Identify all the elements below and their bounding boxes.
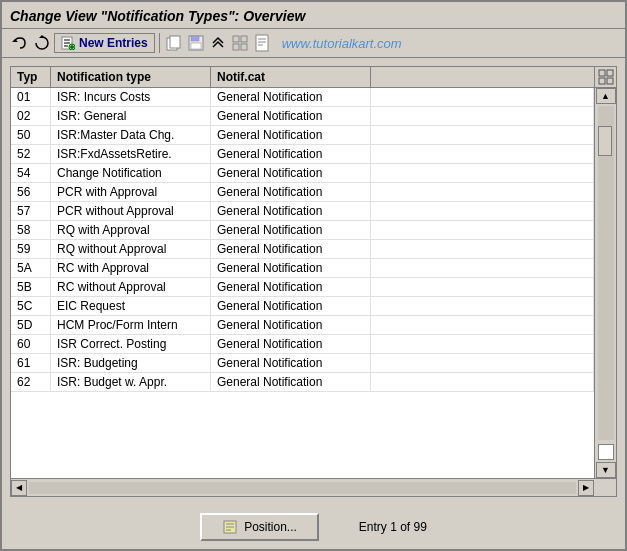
cell-notification-type: RC without Approval — [51, 278, 211, 296]
cell-typ: 62 — [11, 373, 51, 391]
table-row[interactable]: 50ISR:Master Data Chg.General Notificati… — [11, 126, 594, 145]
svg-rect-15 — [241, 36, 247, 42]
table-row[interactable]: 54Change NotificationGeneral Notificatio… — [11, 164, 594, 183]
cell-notification-type: HCM Proc/Form Intern — [51, 316, 211, 334]
table-row[interactable]: 57PCR without ApprovalGeneral Notificati… — [11, 202, 594, 221]
new-entries-button[interactable]: New Entries — [54, 33, 155, 53]
cell-empty — [371, 316, 594, 334]
cell-notif-cat: General Notification — [211, 164, 371, 182]
cell-notification-type: EIC Request — [51, 297, 211, 315]
scroll-track — [598, 106, 614, 440]
copy-icon[interactable] — [164, 33, 184, 53]
horizontal-scrollbar: ◀ ▶ — [11, 478, 616, 496]
table-row[interactable]: 5DHCM Proc/Form InternGeneral Notificati… — [11, 316, 594, 335]
cell-empty — [371, 335, 594, 353]
refresh-icon[interactable] — [32, 33, 52, 53]
svg-rect-13 — [191, 43, 201, 49]
cell-typ: 5D — [11, 316, 51, 334]
document-icon[interactable] — [252, 33, 272, 53]
cell-notif-cat: General Notification — [211, 145, 371, 163]
svg-rect-12 — [191, 36, 199, 41]
scroll-checkbox[interactable] — [598, 444, 614, 460]
hscroll-track — [29, 482, 576, 494]
cell-empty — [371, 202, 594, 220]
new-entries-label: New Entries — [79, 36, 148, 50]
table-row[interactable]: 62ISR: Budget w. Appr.General Notificati… — [11, 373, 594, 392]
undo-icon[interactable] — [10, 33, 30, 53]
cell-typ: 60 — [11, 335, 51, 353]
table-row[interactable]: 01ISR: Incurs CostsGeneral Notification — [11, 88, 594, 107]
page-title: Change View "Notification Types": Overvi… — [10, 8, 617, 24]
svg-rect-17 — [241, 44, 247, 50]
table-row[interactable]: 5BRC without ApprovalGeneral Notificatio… — [11, 278, 594, 297]
scroll-down-button[interactable]: ▼ — [596, 462, 616, 478]
table-container: Typ Notification type Notif.cat — [10, 66, 617, 497]
cell-typ: 61 — [11, 354, 51, 372]
toolbar: New Entries — [2, 29, 625, 58]
col-header-notif-cat: Notif.cat — [211, 67, 371, 87]
cell-notification-type: RC with Approval — [51, 259, 211, 277]
cell-empty — [371, 164, 594, 182]
cell-empty — [371, 126, 594, 144]
table-row[interactable]: 52ISR:FxdAssetsRetire.General Notificati… — [11, 145, 594, 164]
table-row[interactable]: 5ARC with ApprovalGeneral Notification — [11, 259, 594, 278]
table-body: 01ISR: Incurs CostsGeneral Notification0… — [11, 88, 594, 478]
cell-typ: 5A — [11, 259, 51, 277]
cell-notif-cat: General Notification — [211, 240, 371, 258]
cell-notification-type: ISR: Budgeting — [51, 354, 211, 372]
scroll-up-button[interactable]: ▲ — [596, 88, 616, 104]
table-row[interactable]: 59RQ without ApprovalGeneral Notificatio… — [11, 240, 594, 259]
cell-notif-cat: General Notification — [211, 183, 371, 201]
cell-notif-cat: General Notification — [211, 335, 371, 353]
cell-notification-type: PCR without Approval — [51, 202, 211, 220]
scroll-corner — [594, 67, 616, 87]
cell-empty — [371, 183, 594, 201]
cell-notification-type: ISR:Master Data Chg. — [51, 126, 211, 144]
cell-notif-cat: General Notification — [211, 202, 371, 220]
cell-empty — [371, 107, 594, 125]
position-btn-label: Position... — [244, 520, 297, 534]
position-button[interactable]: Position... — [200, 513, 319, 541]
cell-notif-cat: General Notification — [211, 354, 371, 372]
vertical-scrollbar[interactable]: ▲ ▼ — [594, 88, 616, 478]
grid-corner-icon — [598, 69, 614, 85]
main-window: Change View "Notification Types": Overvi… — [0, 0, 627, 551]
grid-icon[interactable] — [230, 33, 250, 53]
cell-notification-type: ISR: Budget w. Appr. — [51, 373, 211, 391]
scroll-right-button[interactable]: ▶ — [578, 480, 594, 496]
separator-1 — [159, 33, 160, 53]
content-area: Typ Notification type Notif.cat — [2, 58, 625, 505]
cell-notif-cat: General Notification — [211, 107, 371, 125]
cell-notification-type: PCR with Approval — [51, 183, 211, 201]
cell-typ: 5C — [11, 297, 51, 315]
svg-marker-0 — [12, 39, 18, 42]
table-row[interactable]: 56PCR with ApprovalGeneral Notification — [11, 183, 594, 202]
table-row[interactable]: 60ISR Correct. PostingGeneral Notificati… — [11, 335, 594, 354]
cell-typ: 01 — [11, 88, 51, 106]
svg-rect-10 — [170, 36, 180, 48]
cell-notif-cat: General Notification — [211, 297, 371, 315]
table-row[interactable]: 02ISR: GeneralGeneral Notification — [11, 107, 594, 126]
table-row[interactable]: 61ISR: BudgetingGeneral Notification — [11, 354, 594, 373]
cell-notification-type: ISR:FxdAssetsRetire. — [51, 145, 211, 163]
scroll-left-button[interactable]: ◀ — [11, 480, 27, 496]
cell-empty — [371, 88, 594, 106]
cell-typ: 50 — [11, 126, 51, 144]
cell-empty — [371, 354, 594, 372]
svg-rect-24 — [599, 78, 605, 84]
save-icon[interactable] — [186, 33, 206, 53]
table-row[interactable]: 58RQ with ApprovalGeneral Notification — [11, 221, 594, 240]
cell-notif-cat: General Notification — [211, 259, 371, 277]
col-header-notification-type: Notification type — [51, 67, 211, 87]
svg-rect-16 — [233, 44, 239, 50]
cell-empty — [371, 240, 594, 258]
cell-notification-type: RQ with Approval — [51, 221, 211, 239]
position-icon — [222, 519, 238, 535]
cell-notification-type: ISR: General — [51, 107, 211, 125]
watermark: www.tutorialkart.com — [282, 36, 402, 51]
table-row[interactable]: 5CEIC RequestGeneral Notification — [11, 297, 594, 316]
col-header-empty — [371, 67, 594, 87]
arrow-icon[interactable] — [208, 33, 228, 53]
cell-empty — [371, 221, 594, 239]
scroll-thumb[interactable] — [598, 126, 612, 156]
